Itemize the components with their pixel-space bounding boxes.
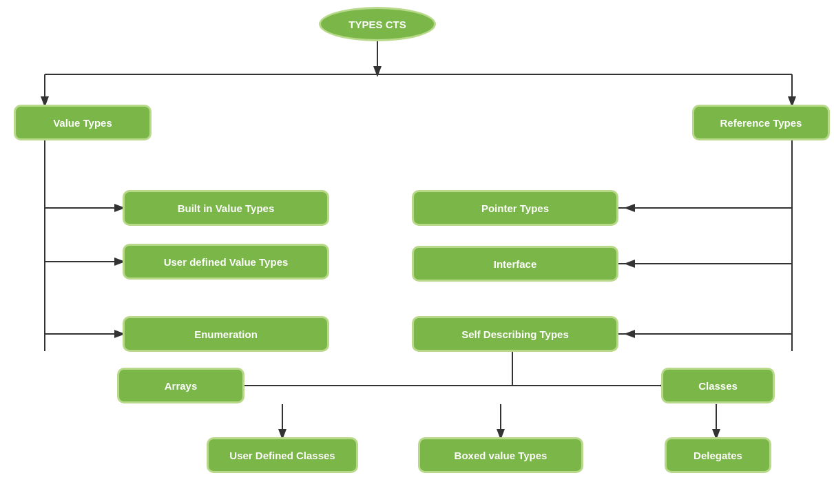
delegates-label: Delegates (694, 450, 742, 461)
user-defined-classes-label: User Defined Classes (229, 450, 335, 461)
enumeration-node: Enumeration (123, 316, 329, 352)
boxed-value-node: Boxed value Types (418, 437, 583, 473)
user-defined-vt-node: User defined Value Types (123, 244, 329, 280)
enumeration-label: Enumeration (194, 328, 258, 340)
built-in-label: Built in Value Types (178, 202, 275, 214)
diagram-container: TYPES CTS Value Types Reference Types Bu… (0, 0, 834, 504)
interface-node: Interface (412, 246, 618, 282)
value-types-label: Value Types (53, 117, 112, 129)
types-cts-node: TYPES CTS (319, 7, 436, 41)
classes-node: Classes (661, 368, 775, 403)
self-describing-label: Self Describing Types (461, 328, 569, 340)
interface-label: Interface (494, 258, 537, 270)
value-types-node: Value Types (14, 105, 152, 140)
arrays-node: Arrays (117, 368, 244, 403)
reference-types-label: Reference Types (720, 117, 802, 129)
user-defined-classes-node: User Defined Classes (207, 437, 358, 473)
user-defined-vt-label: User defined Value Types (164, 256, 289, 268)
built-in-node: Built in Value Types (123, 190, 329, 226)
pointer-types-label: Pointer Types (481, 202, 549, 214)
boxed-value-label: Boxed value Types (455, 450, 548, 461)
self-describing-node: Self Describing Types (412, 316, 618, 352)
arrays-label: Arrays (165, 380, 198, 392)
types-cts-label: TYPES CTS (348, 19, 406, 30)
delegates-node: Delegates (665, 437, 771, 473)
classes-label: Classes (698, 380, 738, 392)
pointer-types-node: Pointer Types (412, 190, 618, 226)
reference-types-node: Reference Types (692, 105, 830, 140)
